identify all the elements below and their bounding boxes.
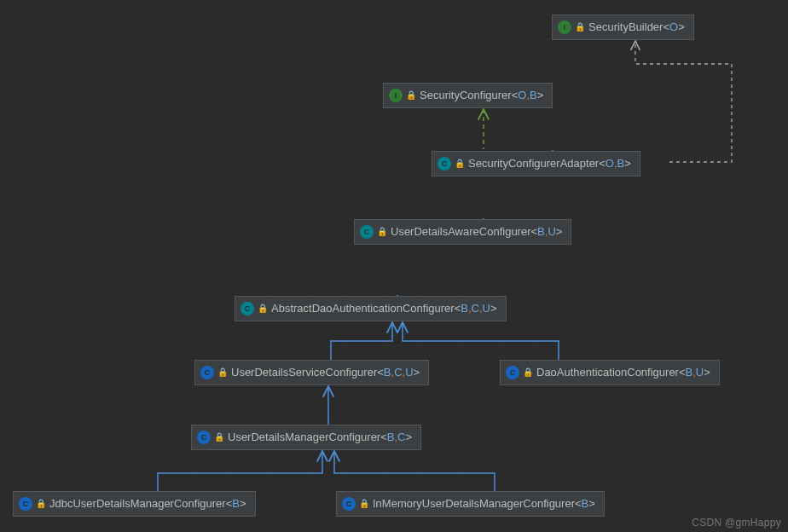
- interface-icon: I: [389, 89, 403, 102]
- lock-icon: 🔒: [455, 151, 465, 176]
- type-param: B: [387, 425, 395, 450]
- edge-extends: [403, 322, 559, 360]
- class-name: UserDetailsAwareConfigurer: [391, 219, 531, 245]
- type-param: C: [394, 360, 402, 385]
- node-user-details-service-configurer[interactable]: C 🔒 UserDetailsServiceConfigurer < B, C,…: [194, 360, 429, 385]
- type-param: O: [605, 151, 614, 176]
- lock-icon: 🔒: [359, 491, 369, 517]
- class-icon: C: [506, 366, 519, 379]
- node-security-builder[interactable]: I 🔒 SecurityBuilder < O >: [552, 14, 694, 40]
- type-param: B: [384, 360, 391, 385]
- class-icon: C: [342, 497, 356, 511]
- edge-extends: [334, 451, 495, 491]
- class-name: JdbcUserDetailsManagerConfigurer: [49, 491, 226, 517]
- node-abstract-dao-authentication-configurer[interactable]: C 🔒 AbstractDaoAuthenticationConfigurer …: [235, 296, 507, 321]
- type-param: U: [696, 360, 704, 385]
- diagram-canvas: { "watermark": "CSDN @gmHappy", "diagram…: [0, 0, 788, 532]
- type-param: B: [461, 296, 468, 321]
- type-param: B: [686, 360, 693, 385]
- type-param: O: [669, 14, 678, 40]
- class-name: UserDetailsManagerConfigurer: [228, 425, 380, 450]
- interface-icon: I: [558, 20, 571, 34]
- class-icon: C: [19, 497, 32, 511]
- node-security-configurer[interactable]: I 🔒 SecurityConfigurer < O, B >: [383, 83, 553, 108]
- edge-uses: [635, 41, 732, 162]
- abstract-class-icon: C: [437, 157, 451, 171]
- edge-extends: [331, 322, 392, 360]
- node-dao-authentication-configurer[interactable]: C 🔒 DaoAuthenticationConfigurer < B, U >: [500, 360, 720, 385]
- type-param: B: [530, 83, 537, 108]
- lock-icon: 🔒: [523, 360, 533, 385]
- type-param: B: [582, 491, 589, 517]
- class-name: InMemoryUserDetailsManagerConfigurer: [373, 491, 575, 517]
- abstract-class-icon: C: [360, 225, 374, 239]
- type-param: O: [518, 83, 526, 108]
- type-param: B: [537, 219, 545, 245]
- type-param: B: [617, 151, 625, 176]
- abstract-class-icon: C: [240, 302, 254, 315]
- lock-icon: 🔒: [36, 491, 46, 517]
- type-param: B: [232, 491, 240, 517]
- edge-layer: [0, 0, 788, 532]
- node-user-details-manager-configurer[interactable]: C 🔒 UserDetailsManagerConfigurer < B, C …: [191, 425, 421, 450]
- class-name: SecurityBuilder: [588, 14, 663, 40]
- node-user-details-aware-configurer[interactable]: C 🔒 UserDetailsAwareConfigurer < B, U >: [354, 219, 571, 245]
- type-param: U: [548, 219, 555, 245]
- node-security-configurer-adapter[interactable]: C 🔒 SecurityConfigurerAdapter < O, B >: [432, 151, 640, 176]
- lock-icon: 🔒: [575, 14, 585, 40]
- type-param: U: [405, 360, 413, 385]
- class-name: DaoAuthenticationConfigurer: [536, 360, 679, 385]
- lock-icon: 🔒: [406, 83, 416, 108]
- class-name: UserDetailsServiceConfigurer: [231, 360, 377, 385]
- class-name: SecurityConfigurerAdapter: [468, 151, 599, 176]
- node-in-memory-user-details-manager-configurer[interactable]: C 🔒 InMemoryUserDetailsManagerConfigurer…: [336, 491, 605, 517]
- type-param: C: [472, 296, 479, 321]
- class-icon: C: [197, 431, 211, 444]
- lock-icon: 🔒: [377, 219, 387, 245]
- class-name: SecurityConfigurer: [420, 83, 512, 108]
- lock-icon: 🔒: [214, 425, 224, 450]
- edge-extends: [158, 451, 322, 491]
- lock-icon: 🔒: [217, 360, 228, 385]
- class-name: AbstractDaoAuthenticationConfigurer: [271, 296, 455, 321]
- type-param: C: [397, 425, 405, 450]
- class-icon: C: [200, 366, 214, 379]
- lock-icon: 🔒: [258, 296, 268, 321]
- watermark: CSDN @gmHappy: [692, 517, 781, 529]
- node-jdbc-user-details-manager-configurer[interactable]: C 🔒 JdbcUserDetailsManagerConfigurer < B…: [13, 491, 256, 517]
- type-param: U: [483, 296, 490, 321]
